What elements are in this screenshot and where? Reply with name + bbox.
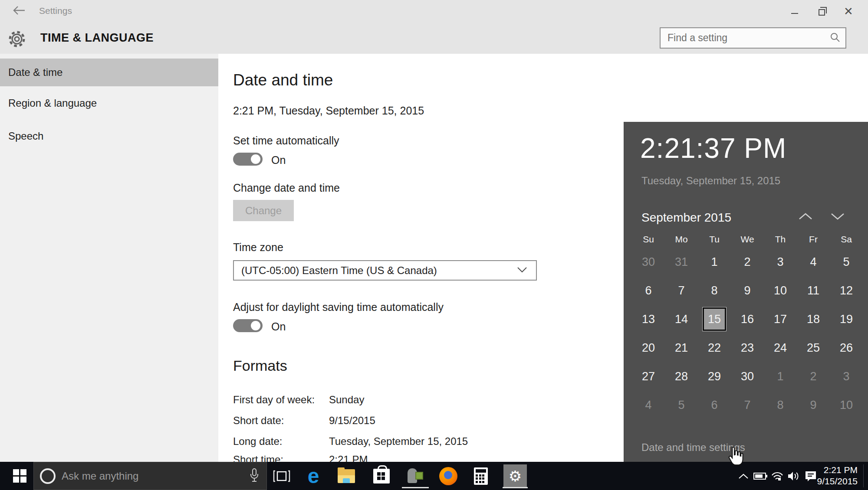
calendar-day[interactable]: 28	[665, 362, 698, 391]
calendar-day-header: Mo	[665, 231, 698, 248]
change-button[interactable]: Change	[233, 200, 294, 221]
search-input[interactable]	[661, 32, 830, 44]
calendar-day[interactable]: 31	[665, 248, 698, 276]
wifi-icon[interactable]	[769, 462, 786, 490]
calendar-day[interactable]: 6	[632, 276, 665, 305]
calendar-day[interactable]: 12	[830, 276, 863, 305]
settings-window: Settings ✕ TIME & LANGUAGE Date & time R…	[0, 0, 868, 490]
dst-state: On	[271, 320, 286, 333]
calendar-day[interactable]: 24	[764, 333, 797, 362]
calendar-day[interactable]: 7	[665, 276, 698, 305]
title-bar: Settings ✕ TIME & LANGUAGE	[0, 0, 868, 54]
calendar-day[interactable]: 5	[830, 248, 863, 276]
calendar-day[interactable]: 1	[764, 362, 797, 391]
calendar-day[interactable]: 9	[731, 276, 764, 305]
calendar-next-month-button[interactable]	[829, 210, 846, 223]
calendar-day[interactable]: 25	[797, 333, 830, 362]
calendar-day[interactable]: 11	[797, 276, 830, 305]
calendar-day[interactable]: 2	[797, 362, 830, 391]
volume-icon[interactable]	[785, 462, 802, 490]
file-explorer-icon	[338, 469, 355, 483]
microphone-icon[interactable]	[249, 468, 260, 484]
running-app-underline	[402, 487, 429, 488]
time-zone-value: (UTC-05:00) Eastern Time (US & Canada)	[234, 265, 517, 277]
format-row-value: Tuesday, September 15, 2015	[329, 435, 468, 448]
cortana-icon	[40, 468, 56, 484]
calendar-day[interactable]: 30	[731, 362, 764, 391]
calendar-day[interactable]: 16	[731, 305, 764, 333]
firefox-icon	[439, 467, 457, 485]
clock-calendar-flyout: 2:21:37 PM Tuesday, September 15, 2015 S…	[624, 122, 868, 462]
store-taskbar-button[interactable]	[368, 462, 395, 490]
settings-sidebar: Date & time Region & language Speech	[0, 54, 218, 462]
back-button[interactable]	[10, 3, 28, 19]
dst-toggle[interactable]	[233, 319, 263, 332]
set-time-auto-toggle[interactable]	[233, 153, 263, 166]
task-view-button[interactable]	[272, 462, 292, 490]
start-button[interactable]	[6, 462, 33, 490]
calendar-day[interactable]: 13	[632, 305, 665, 333]
calendar-day[interactable]: 4	[797, 248, 830, 276]
calendar-day[interactable]: 5	[665, 391, 698, 419]
minimize-button[interactable]	[781, 0, 808, 23]
file-explorer-taskbar-button[interactable]	[333, 462, 359, 490]
calendar-day[interactable]: 27	[632, 362, 665, 391]
calculator-taskbar-button[interactable]	[468, 462, 494, 490]
calendar-month-header[interactable]: September 2015	[641, 211, 731, 225]
calendar-day[interactable]: 10	[764, 276, 797, 305]
calculator-icon	[474, 467, 488, 485]
sidebar-item-region-language[interactable]: Region & language	[0, 89, 218, 117]
calendar-day[interactable]: 10	[830, 391, 863, 419]
set-time-auto-state: On	[271, 154, 286, 167]
close-button[interactable]: ✕	[835, 0, 862, 23]
sidebar-item-date-time[interactable]: Date & time	[0, 59, 218, 86]
calendar-day[interactable]: 30	[632, 248, 665, 276]
calendar-day[interactable]: 7	[731, 391, 764, 419]
calendar-day[interactable]: 14	[665, 305, 698, 333]
calendar-day[interactable]: 6	[698, 391, 731, 419]
calendar-day[interactable]: 8	[698, 276, 731, 305]
formats-heading: Formats	[233, 357, 287, 374]
cortana-search-box[interactable]: Ask me anything	[33, 462, 267, 490]
edge-taskbar-button[interactable]: e	[300, 462, 326, 490]
calendar-day[interactable]: 22	[698, 333, 731, 362]
flyout-date: Tuesday, September 15, 2015	[641, 175, 780, 187]
dst-label: Adjust for daylight saving time automati…	[233, 301, 444, 314]
game-taskbar-button[interactable]	[402, 462, 428, 490]
calendar-day-selected[interactable]: 15	[698, 305, 731, 333]
calendar-day[interactable]: 23	[731, 333, 764, 362]
calendar-day[interactable]: 29	[698, 362, 731, 391]
calendar-grid: SuMoTuWeThFrSa30311234567891011121314151…	[632, 231, 863, 419]
time-zone-dropdown[interactable]: (UTC-05:00) Eastern Time (US & Canada)	[233, 260, 537, 281]
taskbar-clock[interactable]: 2:21 PM 9/15/2015	[817, 464, 858, 487]
search-icon[interactable]	[830, 32, 840, 44]
calendar-day-header: Su	[632, 231, 665, 248]
windows-logo-icon	[13, 469, 26, 483]
edge-icon: e	[308, 466, 319, 487]
calendar-day[interactable]: 17	[764, 305, 797, 333]
sidebar-item-speech[interactable]: Speech	[0, 122, 218, 150]
format-row-label: First day of week:	[233, 394, 315, 406]
calendar-prev-month-button[interactable]	[797, 210, 814, 223]
calendar-day[interactable]: 8	[764, 391, 797, 419]
firefox-taskbar-button[interactable]	[435, 462, 461, 490]
calendar-day[interactable]: 26	[830, 333, 863, 362]
app-title: Settings	[39, 6, 72, 16]
calendar-day[interactable]: 9	[797, 391, 830, 419]
section-heading: Date and time	[233, 71, 333, 89]
calendar-day[interactable]: 18	[797, 305, 830, 333]
restore-button[interactable]	[808, 0, 835, 23]
calendar-day[interactable]: 3	[764, 248, 797, 276]
calendar-day[interactable]: 2	[731, 248, 764, 276]
settings-gear-icon	[7, 29, 27, 51]
calendar-day[interactable]: 1	[698, 248, 731, 276]
calendar-day[interactable]: 20	[632, 333, 665, 362]
find-setting-searchbox[interactable]	[660, 27, 846, 49]
settings-taskbar-button[interactable]: ⚙	[503, 464, 527, 487]
calendar-day[interactable]: 3	[830, 362, 863, 391]
calendar-day[interactable]: 4	[632, 391, 665, 419]
calendar-day[interactable]: 21	[665, 333, 698, 362]
battery-icon[interactable]	[752, 462, 769, 490]
show-desktop-separator[interactable]	[863, 464, 864, 487]
calendar-day[interactable]: 19	[830, 305, 863, 333]
